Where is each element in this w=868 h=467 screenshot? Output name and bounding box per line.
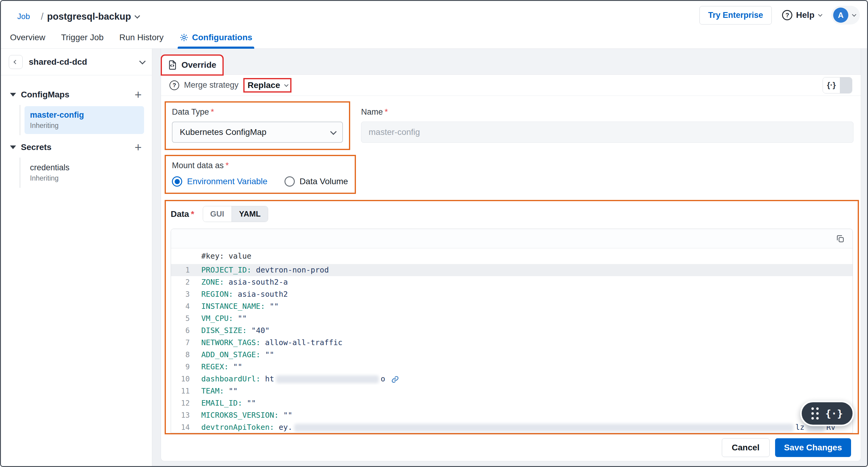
code-text: REGION: asia-south2	[198, 288, 288, 300]
merge-strategy-select[interactable]: Replace	[243, 78, 291, 93]
back-button[interactable]	[9, 55, 23, 69]
sidebar: shared-cd-dcd ConfigMaps + master-config…	[1, 49, 152, 466]
code-line[interactable]: 3REGION: asia-south2	[171, 288, 852, 300]
code-view-toggle[interactable]: {·}	[823, 77, 852, 94]
sidebar-nav: ConfigMaps + master-config Inheriting Se…	[1, 75, 152, 188]
help-menu[interactable]: ? Help	[782, 10, 821, 20]
configmaps-list: master-config Inheriting	[20, 105, 152, 135]
editor-body[interactable]: #key: value 1PROJECT_ID: devtron-non-pro…	[171, 248, 852, 433]
override-tab[interactable]: Override	[162, 56, 222, 74]
tab-overview[interactable]: Overview	[10, 33, 45, 48]
data-type-label: Data Type*	[172, 107, 343, 117]
config-card: Override ? Merge strategy Replace {·}	[161, 49, 861, 461]
save-changes-button[interactable]: Save Changes	[775, 438, 851, 457]
code-line[interactable]: 2ZONE: asia-south2-a	[171, 276, 852, 288]
main-area: Override ? Merge strategy Replace {·}	[152, 49, 867, 466]
editor-toolbar	[171, 229, 852, 248]
line-number: 1	[171, 264, 198, 276]
mount-data-label: Mount data as*	[172, 161, 349, 170]
code-line[interactable]: 14devtronApiToken: ey.lzRv	[171, 421, 852, 433]
cancel-button[interactable]: Cancel	[722, 438, 770, 457]
chevron-down-icon	[330, 128, 337, 135]
content-row: shared-cd-dcd ConfigMaps + master-config…	[1, 49, 867, 466]
override-tabstrip: Override	[161, 49, 861, 75]
radio-environment-variable[interactable]: Environment Variable	[172, 176, 268, 187]
sidebar-header: shared-cd-dcd	[1, 49, 152, 75]
yaml-comment: #key: value	[171, 248, 852, 264]
code-line[interactable]: 5VM_CPU: ""	[171, 312, 852, 325]
required-asterisk: *	[191, 209, 194, 219]
mount-data-group: Mount data as* Environment Variable Data…	[165, 155, 356, 194]
drag-handle-icon[interactable]	[811, 407, 819, 420]
code-line[interactable]: 11TEAM: ""	[171, 385, 852, 397]
add-configmap-button[interactable]: +	[135, 89, 142, 101]
floating-widget[interactable]: {·}	[800, 401, 854, 426]
app-window: Job / postgresql-backup Try Enterprise ?…	[0, 0, 868, 467]
sidebar-item-credentials[interactable]: credentials Inheriting	[25, 159, 144, 187]
name-field[interactable]: master-config	[361, 122, 854, 143]
line-number: 12	[171, 397, 198, 409]
code-braces-icon[interactable]: {·}	[825, 408, 843, 419]
chevron-down-icon	[818, 12, 822, 16]
caret-down-icon	[10, 145, 16, 149]
code-line[interactable]: 4INSTANCE_NAME: ""	[171, 300, 852, 312]
code-line[interactable]: 13MICROK8S_VERSION: ""	[171, 409, 852, 421]
try-enterprise-button[interactable]: Try Enterprise	[700, 6, 772, 25]
chevron-down-icon	[284, 82, 289, 87]
line-number: 7	[171, 337, 198, 349]
required-asterisk: *	[385, 107, 388, 116]
chevron-down-icon	[852, 12, 856, 16]
code-text: PROJECT_ID: devtron-non-prod	[198, 264, 329, 276]
data-label: Data*	[171, 209, 194, 219]
sidebar-section-secrets[interactable]: Secrets +	[1, 138, 152, 156]
yaml-editor[interactable]: #key: value 1PROJECT_ID: devtron-non-pro…	[171, 229, 853, 433]
code-line[interactable]: 1PROJECT_ID: devtron-non-prod	[171, 264, 852, 276]
link-icon[interactable]	[391, 375, 399, 383]
mount-options: Environment Variable Data Volume	[172, 176, 349, 187]
code-lines: 1PROJECT_ID: devtron-non-prod2ZONE: asia…	[171, 264, 852, 433]
line-number: 4	[171, 300, 198, 312]
code-line[interactable]: 6DISK_SIZE: "40"	[171, 325, 852, 337]
configmap-form: Data Type* Kubernetes ConfigMap Name*	[161, 96, 861, 461]
redacted-text	[276, 375, 379, 383]
form-row-mount: Mount data as* Environment Variable Data…	[165, 155, 859, 194]
data-header: Data* GUI YAML	[171, 206, 853, 222]
user-menu[interactable]: A	[831, 6, 860, 25]
yaml-tab[interactable]: YAML	[232, 206, 268, 222]
code-line[interactable]: 10dashboardUrl: hto	[171, 373, 852, 385]
name-label: Name*	[361, 107, 854, 117]
radio-data-volume[interactable]: Data Volume	[284, 176, 348, 187]
breadcrumb-job-link[interactable]: Job	[10, 9, 37, 24]
add-secret-button[interactable]: +	[135, 141, 142, 153]
tab-run-history[interactable]: Run History	[119, 33, 163, 48]
sidebar-item-master-config[interactable]: master-config Inheriting	[25, 106, 144, 134]
name-group: Name* master-config	[361, 101, 854, 150]
line-number: 11	[171, 385, 198, 397]
help-icon: ?	[782, 10, 792, 20]
code-text: ZONE: asia-south2-a	[198, 276, 288, 288]
code-line[interactable]: 7NETWORK_TAGS: allow-all-traffic	[171, 337, 852, 349]
code-text: REGEX: ""	[198, 361, 242, 373]
copy-icon[interactable]	[836, 234, 845, 243]
code-line[interactable]: 9REGEX: ""	[171, 361, 852, 373]
tab-trigger-job[interactable]: Trigger Job	[61, 33, 104, 48]
status-badge: Inheriting	[30, 174, 138, 182]
line-number: 8	[171, 349, 198, 361]
toggle-track	[840, 77, 852, 93]
help-circle-icon[interactable]: ?	[169, 80, 179, 90]
app-tabs: Overview Trigger Job Run History Configu…	[1, 24, 867, 48]
tab-configurations[interactable]: Configurations	[180, 33, 252, 48]
chevron-left-icon	[13, 60, 18, 64]
sidebar-section-configmaps[interactable]: ConfigMaps +	[1, 86, 152, 104]
caret-down-icon	[10, 93, 16, 97]
data-type-select[interactable]: Kubernetes ConfigMap	[172, 122, 343, 143]
chevron-down-icon[interactable]	[139, 58, 146, 64]
line-number: 10	[171, 373, 198, 385]
data-view-switch: GUI YAML	[203, 206, 269, 222]
workspace-name: shared-cd-dcd	[29, 57, 140, 67]
code-line[interactable]: 12EMAIL_ID: ""	[171, 397, 852, 409]
gui-tab[interactable]: GUI	[203, 206, 232, 222]
radio-icon	[284, 176, 295, 187]
chevron-down-icon[interactable]	[134, 13, 140, 19]
code-line[interactable]: 8ADD_ON_STAGE: ""	[171, 349, 852, 361]
